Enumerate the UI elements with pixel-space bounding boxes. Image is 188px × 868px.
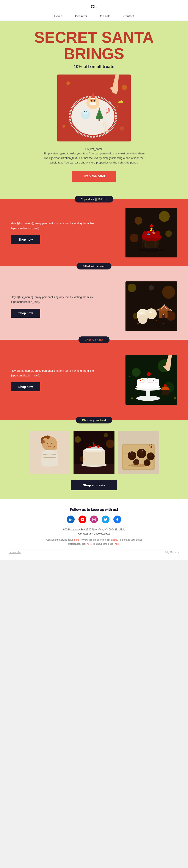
svg-rect-129 xyxy=(92,518,96,521)
svg-point-69 xyxy=(132,368,141,377)
grab-offer-button[interactable]: Grab the offer xyxy=(72,171,116,182)
svg-point-101 xyxy=(88,446,91,448)
svg-text:☁: ☁ xyxy=(118,97,124,104)
section1-badge: Cupcakes @10% off xyxy=(75,196,113,203)
svg-rect-99 xyxy=(83,450,105,465)
svg-point-46 xyxy=(139,248,164,252)
shop-now-button-1[interactable]: Shop now xyxy=(11,235,40,244)
product-section-1: Hey ${first_name}, enjoy personalising a… xyxy=(0,199,188,266)
badge-area-1: Cupcakes @10% off xyxy=(0,192,188,199)
twitter-icon[interactable] xyxy=(102,516,110,523)
svg-point-107 xyxy=(80,456,85,462)
svg-text:✦: ✦ xyxy=(162,322,164,325)
hero-image: ☁ ⋮ xyxy=(58,74,130,142)
svg-point-84 xyxy=(142,379,143,380)
product-body-1: Hey ${first_name}, enjoy personalising a… xyxy=(11,221,119,231)
svg-point-80 xyxy=(140,380,141,381)
unsubscribe-link[interactable]: here xyxy=(115,542,120,545)
svg-point-115 xyxy=(130,453,133,456)
product-text-2: Hey ${first_name}, enjoy personalising a… xyxy=(11,295,119,318)
svg-point-48 xyxy=(128,284,136,292)
navigation: Home Desserts On sale Contact xyxy=(0,12,188,21)
choose-images xyxy=(9,431,179,474)
nav-on-sale[interactable]: On sale xyxy=(100,14,110,18)
choose-badge: Choose your treat xyxy=(76,417,112,424)
svg-point-62 xyxy=(150,311,151,312)
svg-point-45 xyxy=(150,225,153,228)
svg-point-85 xyxy=(131,397,133,399)
svg-point-83 xyxy=(153,380,154,381)
svg-point-86 xyxy=(174,397,176,399)
svg-point-11 xyxy=(82,108,88,115)
footer-contact: Contact us - 0800 002 902 xyxy=(9,532,179,535)
section2-badge: Filled with cream xyxy=(77,263,111,270)
svg-point-52 xyxy=(149,285,154,290)
social-icons xyxy=(9,516,179,523)
linkedin-icon[interactable] xyxy=(67,516,75,523)
svg-point-94 xyxy=(54,446,55,447)
svg-text:⋮: ⋮ xyxy=(116,104,120,109)
svg-point-28 xyxy=(159,211,170,222)
svg-point-42 xyxy=(148,234,149,235)
svg-point-7 xyxy=(91,100,92,101)
svg-point-81 xyxy=(145,380,145,380)
shop-now-button-2[interactable]: Shop now xyxy=(11,309,40,318)
nav-desserts[interactable]: Desserts xyxy=(75,14,87,18)
preferences-link[interactable]: here xyxy=(87,542,91,545)
svg-point-104 xyxy=(75,436,81,443)
product-image-3 xyxy=(125,355,177,405)
svg-text:✦: ✦ xyxy=(137,322,139,325)
svg-rect-6 xyxy=(90,98,96,99)
nav-contact[interactable]: Contact xyxy=(123,14,134,18)
svg-point-103 xyxy=(97,445,100,448)
footer-links-text: Contact our Service Team here. To view t… xyxy=(40,538,148,546)
instagram-icon[interactable] xyxy=(90,516,98,523)
unsubscribe-footer[interactable]: Unsubscribe xyxy=(9,551,21,554)
svg-point-118 xyxy=(147,453,155,460)
svg-point-49 xyxy=(162,286,175,299)
product-text-1: Hey ${first_name}, enjoy personalising a… xyxy=(11,221,119,244)
svg-point-92 xyxy=(51,443,52,444)
hero-title: Secret Santa brings xyxy=(13,29,175,62)
svg-point-124 xyxy=(142,450,143,451)
svg-point-29 xyxy=(135,217,142,225)
product-body-3: Hey ${first_name}, enjoy personalising a… xyxy=(11,368,119,378)
svg-point-9 xyxy=(89,102,97,105)
follow-text: Follow us to keep up with us! xyxy=(9,508,179,512)
view-online-link[interactable]: here xyxy=(112,538,117,541)
hero-body-text: Hi ${first_name}, Simply start typing to… xyxy=(42,147,146,165)
hero-subtitle: 10% off on all treats xyxy=(13,64,175,69)
product-body-2: Hey ${first_name}, enjoy personalising a… xyxy=(11,295,119,304)
section3-badge: Cheery on top xyxy=(78,337,109,343)
svg-point-105 xyxy=(106,439,114,448)
svg-point-123 xyxy=(130,452,131,453)
svg-point-127 xyxy=(69,518,70,519)
choose-badge-area: Choose your treat xyxy=(0,413,188,420)
badge-area-3-top: Cheery on top xyxy=(0,340,188,346)
svg-point-82 xyxy=(149,380,150,381)
product-image-1 xyxy=(125,208,177,257)
svg-point-131 xyxy=(95,519,95,519)
svg-point-119 xyxy=(150,454,152,456)
badge-area-2-top: Filled with cream xyxy=(0,266,188,273)
svg-point-116 xyxy=(137,449,146,458)
choose-image-1 xyxy=(29,431,70,474)
svg-rect-78 xyxy=(162,390,168,395)
header: CL xyxy=(0,0,188,12)
nav-home[interactable]: Home xyxy=(54,14,62,18)
shop-now-button-3[interactable]: Shop now xyxy=(11,382,40,391)
choose-image-3 xyxy=(118,431,159,474)
svg-point-122 xyxy=(128,464,149,467)
svg-point-26 xyxy=(120,126,124,131)
facebook-icon[interactable] xyxy=(113,516,121,523)
shop-all-button[interactable]: Shop all treats xyxy=(71,480,117,490)
choose-section: Shop all treats xyxy=(0,420,188,499)
service-team-link[interactable]: here xyxy=(74,538,79,541)
youtube-icon[interactable] xyxy=(78,516,86,523)
svg-point-90 xyxy=(41,440,45,443)
svg-point-126 xyxy=(150,446,152,448)
product-section-2: Hey ${first_name}, enjoy personalising a… xyxy=(0,273,188,340)
product-text-3: Hey ${first_name}, enjoy personalising a… xyxy=(11,368,119,391)
footer-bottom: Unsubscribe © by Mailmodo xyxy=(9,549,179,554)
by-mailmodo: © by Mailmodo xyxy=(165,551,179,554)
